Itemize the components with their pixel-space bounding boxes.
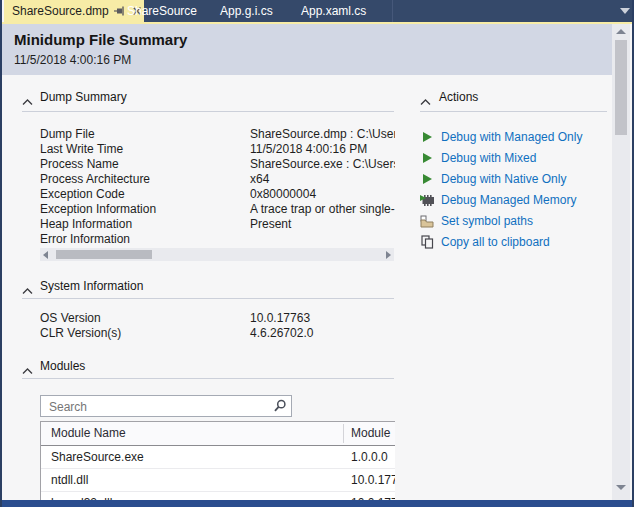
tab-sharesource-dmp[interactable]: ShareSource.dmp (4, 0, 144, 22)
vertical-scrollbar[interactable] (612, 24, 630, 500)
set-symbol-paths-link[interactable]: Set symbol paths (419, 211, 533, 231)
section-divider (22, 378, 394, 379)
pin-icon[interactable] (112, 3, 127, 19)
kv-value: ShareSource.dmp : C:\Users (250, 127, 395, 142)
kv-label: CLR Version(s) (40, 326, 250, 341)
kv-row: Last Write Time11/5/2018 4:00:16 PM (40, 142, 395, 157)
kv-row: Error Information (40, 232, 395, 247)
dump-timestamp: 11/5/2018 4:00:16 PM (14, 53, 131, 67)
minidump-summary-window: ShareSource.dmp ShareSource App.g.i.cs A… (0, 0, 634, 507)
module-version-cell: 1.0.0.0 (351, 450, 388, 464)
debug-native-only-link[interactable]: Debug with Native Only (419, 169, 566, 189)
kv-label: Dump File (40, 127, 250, 142)
debug-managed-only-link[interactable]: Debug with Managed Only (419, 127, 582, 147)
kv-row: OS Version10.0.17763 (40, 311, 395, 326)
action-label: Debug with Managed Only (441, 130, 582, 144)
modules-heading: Modules (40, 359, 85, 373)
kv-label: Process Name (40, 157, 250, 172)
kv-value: ShareSource.exe : C:\Users\ (250, 157, 395, 172)
module-name-cell: ntdll.dll (51, 473, 88, 487)
action-label: Debug with Mixed (441, 151, 536, 165)
column-divider[interactable] (343, 424, 344, 443)
kv-row: Exception Code0x80000004 (40, 187, 395, 202)
copy-all-to-clipboard-link[interactable]: Copy all to clipboard (419, 232, 550, 252)
play-icon (419, 151, 435, 165)
debug-managed-memory-link[interactable]: Debug Managed Memory (419, 190, 576, 210)
play-icon (419, 172, 435, 186)
action-label: Debug with Native Only (441, 172, 566, 186)
system-information-table: OS Version10.0.17763 CLR Version(s)4.6.2… (40, 311, 395, 341)
section-divider (22, 298, 394, 299)
tab-list-dropdown-icon[interactable] (620, 8, 630, 14)
debug-mixed-link[interactable]: Debug with Mixed (419, 148, 536, 168)
system-information-heading: System Information (40, 279, 143, 293)
kv-label: Last Write Time (40, 142, 250, 157)
dump-summary-hscrollbar[interactable] (40, 248, 394, 261)
kv-label: OS Version (40, 311, 250, 326)
search-input[interactable] (47, 397, 269, 417)
folder-icon (419, 214, 435, 228)
kv-row: Heap InformationPresent (40, 217, 395, 232)
table-row[interactable]: ShareSource.exe 1.0.0.0 (41, 446, 395, 469)
kv-label: Exception Code (40, 187, 250, 202)
kv-value: 10.0.17763 (250, 311, 310, 326)
action-label: Copy all to clipboard (441, 235, 550, 249)
module-version-cell: 10.0.177 (351, 473, 395, 487)
tab-app-xaml-cs[interactable]: App.xaml.cs (301, 0, 366, 22)
document-tab-bar: ShareSource.dmp ShareSource App.g.i.cs A… (4, 0, 634, 22)
hscrollbar-thumb[interactable] (56, 250, 152, 259)
collapse-chevron-icon[interactable] (22, 281, 36, 293)
kv-label: Process Architecture (40, 172, 250, 187)
kv-value: x64 (250, 172, 269, 187)
dump-summary-heading: Dump Summary (40, 90, 127, 104)
modules-table: Module Name Module ShareSource.exe 1.0.0… (40, 421, 395, 500)
modules-search-box (40, 395, 292, 417)
actions-heading: Actions (439, 90, 478, 104)
kv-row: Process NameShareSource.exe : C:\Users\ (40, 157, 395, 172)
kv-value: 4.6.26702.0 (250, 326, 313, 341)
vscrollbar-thumb[interactable] (615, 40, 627, 135)
tab-separator (392, 0, 393, 22)
kv-row: Exception InformationA trace trap or oth… (40, 202, 395, 217)
kv-row: Process Architecturex64 (40, 172, 395, 187)
column-module-name[interactable]: Module Name (51, 426, 126, 440)
tab-app-g-i-cs[interactable]: App.g.i.cs (220, 0, 273, 22)
summary-header: Minidump File Summary 11/5/2018 4:00:16 … (2, 24, 612, 75)
table-row[interactable]: ntdll.dll 10.0.177 (41, 469, 395, 492)
search-icon[interactable] (273, 399, 287, 417)
play-icon (419, 130, 435, 144)
table-row[interactable]: kernel32.dll 10.0.177 (41, 492, 395, 500)
kv-label: Exception Information (40, 202, 250, 217)
action-label: Set symbol paths (441, 214, 533, 228)
scroll-left-icon[interactable] (43, 251, 48, 259)
column-module-version[interactable]: Module (351, 426, 390, 440)
copy-icon (419, 235, 435, 249)
collapse-chevron-icon[interactable] (22, 92, 36, 104)
scroll-right-icon[interactable] (386, 251, 391, 259)
kv-label: Heap Information (40, 217, 250, 232)
window-bottom-border (0, 500, 634, 507)
kv-value: 0x80000004 (250, 187, 316, 202)
section-divider (22, 111, 394, 112)
page-title: Minidump File Summary (14, 31, 187, 48)
module-name-cell: ShareSource.exe (51, 450, 144, 464)
section-divider (420, 111, 607, 112)
collapse-chevron-icon[interactable] (420, 92, 434, 104)
kv-value: Present (250, 217, 291, 232)
collapse-chevron-icon[interactable] (22, 361, 36, 373)
scroll-down-icon[interactable] (616, 485, 626, 490)
modules-table-header[interactable]: Module Name Module (41, 422, 395, 446)
tab-label: ShareSource.dmp (12, 4, 109, 18)
tab-sharesource[interactable]: ShareSource (127, 0, 197, 22)
kv-value: 11/5/2018 4:00:16 PM (250, 142, 367, 157)
kv-row: Dump FileShareSource.dmp : C:\Users (40, 127, 395, 142)
kv-label: Error Information (40, 232, 250, 247)
memory-debug-icon (419, 193, 435, 207)
kv-value: A trace trap or other single- (250, 202, 395, 217)
scroll-up-icon[interactable] (616, 29, 626, 34)
kv-row: CLR Version(s)4.6.26702.0 (40, 326, 395, 341)
dump-summary-table: Dump FileShareSource.dmp : C:\Users Last… (40, 127, 395, 247)
action-label: Debug Managed Memory (441, 193, 576, 207)
